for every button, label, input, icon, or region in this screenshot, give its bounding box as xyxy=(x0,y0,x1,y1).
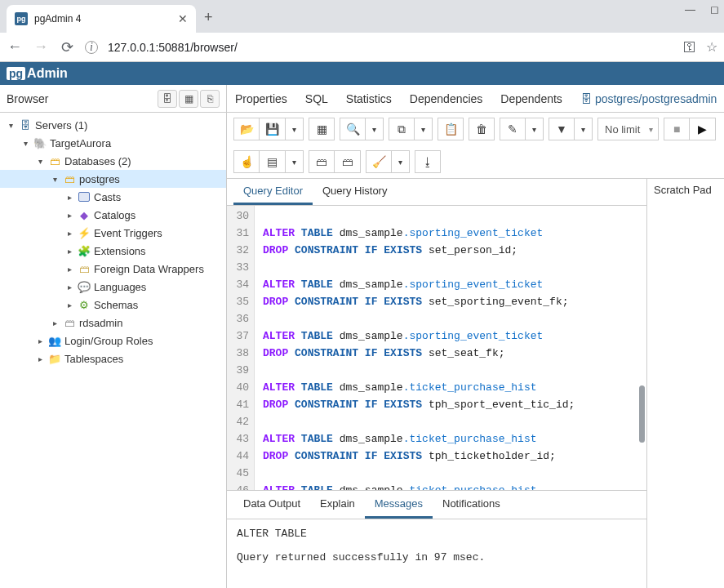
tree-servers[interactable]: Servers (1) xyxy=(35,119,87,131)
connection-tab[interactable]: 🗄postgres/postgresadmin xyxy=(580,92,717,105)
tab-data-output[interactable]: Data Output xyxy=(233,491,310,519)
rollback-icon[interactable]: 🗃 xyxy=(335,150,361,173)
fdw-icon: 🗃 xyxy=(77,262,91,275)
extensions-icon: 🧩 xyxy=(77,244,91,257)
copy-icon[interactable]: ⧉ xyxy=(389,118,415,140)
database-icon: 🗄 xyxy=(580,92,592,105)
tree-casts[interactable]: Casts xyxy=(94,191,121,203)
database-group-icon: 🗃 xyxy=(47,154,62,167)
key-icon[interactable]: ⚿ xyxy=(683,40,696,55)
download-icon[interactable]: ⭳ xyxy=(415,150,441,173)
explain-dropdown[interactable]: ▾ xyxy=(286,150,304,173)
tab-dependents[interactable]: Dependents xyxy=(500,92,562,105)
tab-query-editor[interactable]: Query Editor xyxy=(233,179,313,205)
expand-toggle[interactable]: ▸ xyxy=(33,354,47,363)
tab-explain[interactable]: Explain xyxy=(310,491,365,519)
messages-output: ALTER TABLE Query returned successfully … xyxy=(227,519,646,588)
tree-server[interactable]: TargetAurora xyxy=(50,137,111,149)
object-tree[interactable]: ▾🗄Servers (1) ▾🐘TargetAurora ▾🗃Databases… xyxy=(0,113,226,371)
expand-toggle[interactable]: ▸ xyxy=(33,336,47,345)
window-minimize-icon[interactable]: — xyxy=(685,3,695,16)
tab-notifications[interactable]: Notifications xyxy=(433,491,510,519)
save-icon[interactable]: 💾 xyxy=(260,118,286,140)
execute-icon[interactable]: ▶ xyxy=(690,118,716,140)
limit-select[interactable]: No limit xyxy=(597,118,659,140)
tree-event-triggers[interactable]: Event Triggers xyxy=(94,227,162,239)
elephant-icon: 🐘 xyxy=(33,136,47,149)
search-icon[interactable]: 🔍 xyxy=(340,118,366,140)
pgadmin-logo-text: Admin xyxy=(27,66,68,81)
tab-dependencies[interactable]: Dependencies xyxy=(410,92,483,105)
close-tab-icon[interactable]: ✕ xyxy=(178,12,188,25)
expand-toggle[interactable]: ▸ xyxy=(62,265,77,274)
expand-toggle[interactable]: ▾ xyxy=(47,175,62,184)
clear-icon[interactable]: 🧹 xyxy=(366,150,392,173)
messages-line-1: ALTER TABLE xyxy=(237,528,637,540)
tab-sql[interactable]: SQL xyxy=(305,92,328,105)
delete-icon[interactable]: 🗑 xyxy=(469,118,495,140)
schemas-icon: ⚙ xyxy=(77,298,91,311)
expand-toggle[interactable]: ▸ xyxy=(62,283,77,292)
expand-toggle[interactable]: ▾ xyxy=(18,139,33,148)
tree-postgres[interactable]: postgres xyxy=(79,173,120,185)
scrollbar-thumb[interactable] xyxy=(639,385,645,443)
stop-icon[interactable]: ■ xyxy=(664,118,690,140)
tab-messages[interactable]: Messages xyxy=(365,491,433,519)
cursor-icon[interactable]: ☝ xyxy=(233,150,260,173)
expand-toggle[interactable]: ▸ xyxy=(62,211,77,220)
edit-icon[interactable]: ✎ xyxy=(500,118,526,140)
tree-tablespaces[interactable]: Tablespaces xyxy=(64,353,123,365)
filter-icon[interactable]: ▼ xyxy=(549,118,575,140)
favicon: pg xyxy=(15,12,28,25)
tab-statistics[interactable]: Statistics xyxy=(346,92,392,105)
clear-dropdown[interactable]: ▾ xyxy=(392,150,410,173)
expand-toggle[interactable]: ▾ xyxy=(3,121,18,130)
tree-extensions[interactable]: Extensions xyxy=(94,245,146,257)
reload-icon[interactable]: ⟳ xyxy=(59,38,75,56)
save-dropdown[interactable]: ▾ xyxy=(286,118,304,140)
expand-toggle[interactable]: ▸ xyxy=(47,318,62,327)
grid-icon[interactable]: ▦ xyxy=(309,118,335,140)
edit-dropdown[interactable]: ▾ xyxy=(526,118,544,140)
tab-query-history[interactable]: Query History xyxy=(313,179,397,205)
tree-databases[interactable]: Databases (2) xyxy=(64,155,131,167)
search-dropdown[interactable]: ▾ xyxy=(366,118,384,140)
site-info-icon[interactable]: i xyxy=(85,41,98,54)
browser-tab[interactable]: pg pgAdmin 4 ✕ xyxy=(7,5,196,33)
database-icon: 🗃 xyxy=(62,316,77,329)
expand-toggle[interactable]: ▸ xyxy=(62,193,77,202)
tab-properties[interactable]: Properties xyxy=(235,92,287,105)
bookmark-star-icon[interactable]: ☆ xyxy=(706,39,717,55)
url-field[interactable]: 127.0.0.1:50881/browser/ xyxy=(108,41,673,54)
explain-icon[interactable]: ▤ xyxy=(260,150,286,173)
tree-fdw[interactable]: Foreign Data Wrappers xyxy=(94,263,204,275)
pgadmin-header: pg Admin xyxy=(0,62,724,85)
window-maximize-icon[interactable]: ◻ xyxy=(710,3,719,16)
servers-icon: 🗄 xyxy=(18,118,33,131)
expand-toggle[interactable]: ▸ xyxy=(62,229,77,238)
browser-toolbar-btn-1[interactable]: 🗄 xyxy=(158,90,177,108)
tree-languages[interactable]: Languages xyxy=(94,281,146,293)
commit-icon[interactable]: 🗃 xyxy=(309,150,335,173)
tree-schemas[interactable]: Schemas xyxy=(94,299,138,311)
browser-toolbar-btn-2[interactable]: ▦ xyxy=(179,90,198,108)
nav-forward-icon[interactable]: → xyxy=(33,38,49,56)
filter-dropdown[interactable]: ▾ xyxy=(575,118,593,140)
expand-toggle[interactable]: ▸ xyxy=(62,301,77,310)
nav-back-icon[interactable]: ← xyxy=(7,38,23,56)
copy-dropdown[interactable]: ▾ xyxy=(415,118,433,140)
tree-login-roles[interactable]: Login/Group Roles xyxy=(64,335,153,347)
messages-line-2: Query returned successfully in 97 msec. xyxy=(237,551,637,564)
code-lines[interactable]: ALTER TABLE dms_sample.sporting_event_ti… xyxy=(260,206,646,490)
expand-toggle[interactable]: ▸ xyxy=(62,247,77,256)
new-tab-button[interactable]: + xyxy=(204,9,213,26)
casts-icon xyxy=(77,190,91,203)
tree-rdsadmin[interactable]: rdsadmin xyxy=(79,317,122,329)
browser-panel-title: Browser xyxy=(7,92,48,105)
sql-editor[interactable]: 303132333435363738394041424344454647 ALT… xyxy=(227,206,646,490)
tree-catalogs[interactable]: Catalogs xyxy=(94,209,135,221)
paste-icon[interactable]: 📋 xyxy=(438,118,464,140)
browser-toolbar-btn-3[interactable]: ⎘ xyxy=(200,90,220,108)
expand-toggle[interactable]: ▾ xyxy=(33,157,47,166)
open-file-icon[interactable]: 📂 xyxy=(233,118,260,140)
